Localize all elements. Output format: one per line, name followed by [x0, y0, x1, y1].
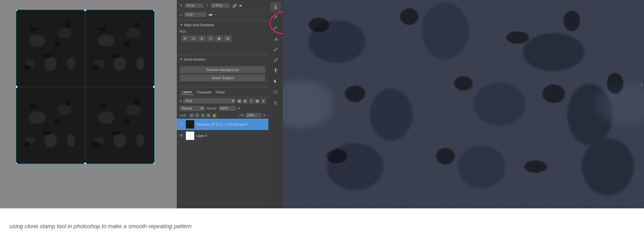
- quick-actions-arrow-icon: ▼: [180, 58, 183, 61]
- filter-shape-icon[interactable]: ▣: [255, 98, 260, 104]
- opacity-input[interactable]: [219, 106, 236, 111]
- type-icon: T: [274, 68, 277, 74]
- flip-icon[interactable]: ◀▶: [208, 13, 213, 17]
- separator-2: [177, 54, 268, 54]
- svg-point-3: [277, 39, 278, 41]
- align-middle-btn[interactable]: ▣: [215, 35, 223, 42]
- handle-bl[interactable]: [16, 163, 17, 164]
- layer-item-1[interactable]: 👁 Facetune_07-11-2...17-24-18 copy 5: [177, 119, 268, 130]
- angle-input[interactable]: [184, 12, 206, 17]
- filter-kind-select[interactable]: Kind: [183, 98, 236, 104]
- stamp-tool-btn[interactable]: [270, 2, 281, 12]
- caption-row: using clone stamp tool in photoshop to m…: [0, 208, 644, 244]
- align-center-btn[interactable]: ⊟: [190, 35, 197, 42]
- layer-visibility-1[interactable]: 👁: [179, 122, 184, 127]
- canvas-quadrant-bl: [16, 87, 85, 164]
- layer-thumbnail-1: [186, 120, 194, 129]
- align-label-row: Align:: [177, 29, 268, 34]
- paint-bucket-btn[interactable]: [270, 33, 281, 44]
- align-left-btn[interactable]: ⊞: [181, 35, 189, 42]
- select-subject-button[interactable]: Select Subject: [180, 74, 265, 81]
- filter-smart-icon[interactable]: ●: [261, 98, 266, 104]
- pen-icon: [273, 57, 278, 62]
- separator-3: [177, 86, 268, 86]
- fill-input[interactable]: [246, 113, 261, 118]
- top-nav-bar: H Y 🔗 ▶: [177, 0, 268, 11]
- align-distribute-header[interactable]: ▼ Align and Distribute: [177, 21, 268, 29]
- screenshots-row: H Y 🔗 ▶ ∠ ◀▶ ↕ ▼ Ali: [0, 0, 644, 208]
- filter-pixel-icon[interactable]: ▦: [237, 98, 242, 104]
- lock-row: Lock: ⊡ ✏ ✛ ⊕ 🔒 Fill: ▼: [177, 112, 268, 119]
- y-input[interactable]: [211, 3, 230, 8]
- handle-tr[interactable]: [153, 9, 155, 11]
- tab-paths[interactable]: Paths: [214, 90, 227, 95]
- tab-layers[interactable]: Layers: [180, 89, 194, 95]
- layer-visibility-2[interactable]: 👁: [179, 134, 184, 138]
- fabric-texture: 6: [283, 0, 644, 208]
- align-distribute-label: Align and Distribute: [184, 23, 214, 27]
- right-canvas: 6: [283, 0, 644, 208]
- angle-row: ∠ ◀▶ ↕: [177, 11, 268, 18]
- handle-tm[interactable]: [84, 9, 86, 11]
- lock-position-icon[interactable]: ✛: [201, 113, 205, 118]
- opacity-expand-icon[interactable]: ▼: [237, 107, 241, 110]
- more-options-menu[interactable]: · · ·: [177, 44, 268, 52]
- pen-tool-btn[interactable]: [270, 55, 281, 65]
- lock-all-icon[interactable]: 🔒: [212, 113, 217, 118]
- lock-transparency-icon[interactable]: ⊡: [189, 113, 194, 118]
- canvas-quadrant-br: [85, 87, 154, 164]
- quick-actions-label: Quick Actions: [184, 57, 205, 61]
- remove-background-button[interactable]: Remove Background: [180, 66, 265, 73]
- blend-mode-row: Normal Opacity: ▼: [177, 105, 268, 112]
- stamp-icon: [273, 4, 278, 9]
- svg-point-0: [275, 5, 277, 7]
- blend-mode-select[interactable]: Normal: [179, 106, 205, 111]
- props-scroll: H Y 🔗 ▶ ∠ ◀▶ ↕ ▼ Ali: [177, 0, 268, 208]
- filter-adjustment-icon[interactable]: ◐: [243, 98, 248, 104]
- toolbar-vertical: T: [268, 0, 283, 208]
- tab-channels[interactable]: Channels: [195, 90, 213, 95]
- fill-expand-icon[interactable]: ▼: [263, 114, 266, 117]
- align-top-btn[interactable]: ⊡: [207, 35, 214, 42]
- layer-name-2: Layer 0: [196, 134, 266, 138]
- layers-header: Layers Channels Paths: [177, 87, 268, 97]
- svg-point-5: [276, 59, 277, 59]
- ellipse-tool-btn[interactable]: [270, 87, 281, 97]
- canvas-panel: [0, 0, 177, 208]
- properties-panel: H Y 🔗 ▶ ∠ ◀▶ ↕ ▼ Ali: [177, 0, 268, 208]
- eyedropper-btn[interactable]: [270, 44, 281, 54]
- canvas-quadrant-tr: [85, 10, 154, 87]
- align-bottom-btn[interactable]: ▤: [224, 35, 231, 42]
- quick-actions-header[interactable]: ▼ Quick Actions: [177, 55, 268, 63]
- align-buttons-group: ⊞ ⊟ ⊠ ⊡ ▣ ▤: [177, 34, 268, 44]
- handle-ml[interactable]: [16, 86, 17, 88]
- type-tool-btn[interactable]: T: [270, 66, 281, 76]
- h-input[interactable]: [185, 3, 204, 8]
- eraser-tool-btn[interactable]: [270, 23, 281, 33]
- align-right-btn[interactable]: ⊠: [198, 35, 206, 42]
- lock-pixels-icon[interactable]: ✏: [195, 113, 200, 118]
- fill-label: Fill:: [240, 114, 245, 117]
- layer-filter-icons: ▦ ◐ T ▣ ●: [237, 98, 266, 104]
- heal-brush-icon: [273, 15, 278, 20]
- paint-bucket-icon: [273, 36, 278, 41]
- filter-type-icon[interactable]: T: [249, 98, 254, 104]
- ruler-number: 6: [641, 83, 643, 87]
- link-icon[interactable]: 🔗: [232, 3, 237, 8]
- handle-tl[interactable]: [16, 9, 17, 11]
- layer-item-2[interactable]: 👁 Layer 0: [177, 130, 268, 141]
- eraser-icon: [273, 25, 278, 30]
- handle-br[interactable]: [153, 163, 155, 164]
- h-label: H: [180, 4, 182, 7]
- select-tool-btn[interactable]: [270, 76, 281, 86]
- handle-bm[interactable]: [84, 163, 86, 164]
- right-panel: T: [268, 0, 644, 208]
- hand-tool-btn[interactable]: [270, 98, 281, 108]
- lock-artboard-icon[interactable]: ⊕: [206, 113, 211, 118]
- heal-brush-btn[interactable]: [270, 12, 281, 22]
- opacity-label: Opacity:: [206, 107, 218, 110]
- rotate-icon[interactable]: ↕: [215, 13, 217, 17]
- layer-thumbnail-2: [186, 131, 194, 140]
- y-label: Y: [206, 4, 208, 7]
- handle-mr[interactable]: [153, 86, 155, 88]
